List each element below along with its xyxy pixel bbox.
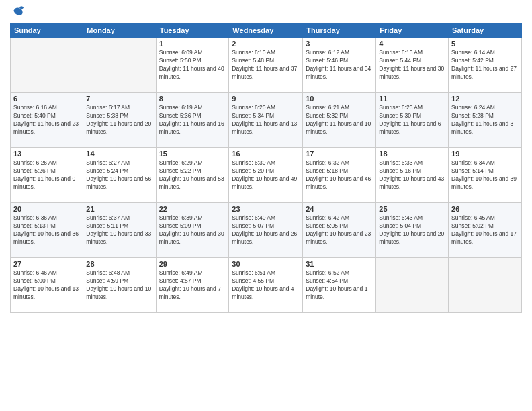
calendar-cell: 29Sunrise: 6:49 AM Sunset: 4:57 PM Dayli… bbox=[156, 258, 229, 313]
page: SundayMondayTuesdayWednesdayThursdayFrid… bbox=[0, 0, 532, 411]
day-info: Sunrise: 6:40 AM Sunset: 5:07 PM Dayligh… bbox=[232, 214, 300, 246]
day-info: Sunrise: 6:36 AM Sunset: 5:13 PM Dayligh… bbox=[13, 214, 80, 246]
day-info: Sunrise: 6:30 AM Sunset: 5:20 PM Dayligh… bbox=[232, 159, 300, 191]
day-number: 29 bbox=[159, 260, 226, 268]
day-number: 4 bbox=[379, 40, 445, 48]
day-info: Sunrise: 6:24 AM Sunset: 5:28 PM Dayligh… bbox=[451, 104, 519, 136]
day-info: Sunrise: 6:20 AM Sunset: 5:34 PM Dayligh… bbox=[232, 104, 300, 136]
day-info: Sunrise: 6:42 AM Sunset: 5:05 PM Dayligh… bbox=[306, 214, 373, 246]
day-number: 31 bbox=[306, 260, 373, 268]
day-info: Sunrise: 6:32 AM Sunset: 5:18 PM Dayligh… bbox=[306, 159, 373, 191]
calendar-cell: 1Sunrise: 6:09 AM Sunset: 5:50 PM Daylig… bbox=[156, 38, 229, 93]
day-number: 11 bbox=[379, 95, 445, 103]
day-info: Sunrise: 6:37 AM Sunset: 5:11 PM Dayligh… bbox=[86, 214, 152, 246]
day-info: Sunrise: 6:09 AM Sunset: 5:50 PM Dayligh… bbox=[159, 49, 226, 81]
calendar-cell: 3Sunrise: 6:12 AM Sunset: 5:46 PM Daylig… bbox=[303, 38, 376, 93]
day-info: Sunrise: 6:23 AM Sunset: 5:30 PM Dayligh… bbox=[379, 104, 445, 136]
day-info: Sunrise: 6:29 AM Sunset: 5:22 PM Dayligh… bbox=[159, 159, 226, 191]
calendar-cell bbox=[376, 258, 449, 313]
day-info: Sunrise: 6:49 AM Sunset: 4:57 PM Dayligh… bbox=[159, 269, 226, 302]
day-header-monday: Monday bbox=[83, 24, 156, 38]
day-number: 22 bbox=[159, 205, 226, 213]
day-info: Sunrise: 6:13 AM Sunset: 5:44 PM Dayligh… bbox=[379, 49, 445, 81]
week-row-0: 1Sunrise: 6:09 AM Sunset: 5:50 PM Daylig… bbox=[11, 38, 522, 93]
calendar-cell: 10Sunrise: 6:21 AM Sunset: 5:32 PM Dayli… bbox=[303, 93, 376, 148]
logo-icon bbox=[11, 4, 25, 17]
day-header-friday: Friday bbox=[376, 24, 449, 38]
calendar-cell: 7Sunrise: 6:17 AM Sunset: 5:38 PM Daylig… bbox=[83, 93, 156, 148]
day-info: Sunrise: 6:39 AM Sunset: 5:09 PM Dayligh… bbox=[159, 214, 226, 246]
calendar-table: SundayMondayTuesdayWednesdayThursdayFrid… bbox=[10, 23, 522, 313]
day-info: Sunrise: 6:14 AM Sunset: 5:42 PM Dayligh… bbox=[451, 49, 519, 81]
day-header-wednesday: Wednesday bbox=[229, 24, 303, 38]
calendar-cell: 6Sunrise: 6:16 AM Sunset: 5:40 PM Daylig… bbox=[11, 93, 83, 148]
calendar-cell: 19Sunrise: 6:34 AM Sunset: 5:14 PM Dayli… bbox=[449, 148, 522, 203]
day-header-thursday: Thursday bbox=[303, 24, 376, 38]
calendar-cell: 11Sunrise: 6:23 AM Sunset: 5:30 PM Dayli… bbox=[376, 93, 449, 148]
day-info: Sunrise: 6:19 AM Sunset: 5:36 PM Dayligh… bbox=[159, 104, 226, 136]
day-number: 17 bbox=[306, 150, 373, 158]
day-number: 27 bbox=[13, 260, 80, 268]
day-header-saturday: Saturday bbox=[449, 24, 522, 38]
calendar-cell: 9Sunrise: 6:20 AM Sunset: 5:34 PM Daylig… bbox=[229, 93, 303, 148]
calendar-cell: 18Sunrise: 6:33 AM Sunset: 5:16 PM Dayli… bbox=[376, 148, 449, 203]
calendar-cell: 26Sunrise: 6:45 AM Sunset: 5:02 PM Dayli… bbox=[449, 203, 522, 258]
calendar-cell bbox=[83, 38, 156, 93]
day-info: Sunrise: 6:16 AM Sunset: 5:40 PM Dayligh… bbox=[13, 104, 80, 136]
day-info: Sunrise: 6:12 AM Sunset: 5:46 PM Dayligh… bbox=[306, 49, 373, 81]
header-row: SundayMondayTuesdayWednesdayThursdayFrid… bbox=[11, 24, 522, 38]
calendar-cell: 4Sunrise: 6:13 AM Sunset: 5:44 PM Daylig… bbox=[376, 38, 449, 93]
logo bbox=[10, 7, 25, 17]
day-info: Sunrise: 6:34 AM Sunset: 5:14 PM Dayligh… bbox=[451, 159, 519, 191]
day-info: Sunrise: 6:33 AM Sunset: 5:16 PM Dayligh… bbox=[379, 159, 445, 191]
calendar-cell: 31Sunrise: 6:52 AM Sunset: 4:54 PM Dayli… bbox=[303, 258, 376, 313]
day-number: 14 bbox=[86, 150, 152, 158]
day-number: 25 bbox=[379, 205, 445, 213]
calendar-cell: 24Sunrise: 6:42 AM Sunset: 5:05 PM Dayli… bbox=[303, 203, 376, 258]
day-info: Sunrise: 6:52 AM Sunset: 4:54 PM Dayligh… bbox=[306, 269, 373, 302]
day-number: 5 bbox=[451, 40, 519, 48]
calendar-cell: 20Sunrise: 6:36 AM Sunset: 5:13 PM Dayli… bbox=[11, 203, 83, 258]
calendar-cell: 5Sunrise: 6:14 AM Sunset: 5:42 PM Daylig… bbox=[449, 38, 522, 93]
day-number: 30 bbox=[232, 260, 300, 268]
day-info: Sunrise: 6:26 AM Sunset: 5:26 PM Dayligh… bbox=[13, 159, 80, 191]
day-number: 10 bbox=[306, 95, 373, 103]
calendar-cell: 30Sunrise: 6:51 AM Sunset: 4:55 PM Dayli… bbox=[229, 258, 303, 313]
calendar-cell: 2Sunrise: 6:10 AM Sunset: 5:48 PM Daylig… bbox=[229, 38, 303, 93]
calendar-cell: 14Sunrise: 6:27 AM Sunset: 5:24 PM Dayli… bbox=[83, 148, 156, 203]
day-number: 12 bbox=[451, 95, 519, 103]
day-number: 7 bbox=[86, 95, 152, 103]
day-info: Sunrise: 6:27 AM Sunset: 5:24 PM Dayligh… bbox=[86, 159, 152, 191]
day-number: 2 bbox=[232, 40, 300, 48]
calendar-cell: 28Sunrise: 6:48 AM Sunset: 4:59 PM Dayli… bbox=[83, 258, 156, 313]
day-number: 18 bbox=[379, 150, 445, 158]
calendar-cell: 17Sunrise: 6:32 AM Sunset: 5:18 PM Dayli… bbox=[303, 148, 376, 203]
day-number: 23 bbox=[232, 205, 300, 213]
day-info: Sunrise: 6:45 AM Sunset: 5:02 PM Dayligh… bbox=[451, 214, 519, 246]
week-row-1: 6Sunrise: 6:16 AM Sunset: 5:40 PM Daylig… bbox=[11, 93, 522, 148]
calendar-cell bbox=[11, 38, 83, 93]
day-info: Sunrise: 6:10 AM Sunset: 5:48 PM Dayligh… bbox=[232, 49, 300, 81]
calendar-cell bbox=[449, 258, 522, 313]
week-row-4: 27Sunrise: 6:46 AM Sunset: 5:00 PM Dayli… bbox=[11, 258, 522, 313]
calendar-cell: 25Sunrise: 6:43 AM Sunset: 5:04 PM Dayli… bbox=[376, 203, 449, 258]
calendar-cell: 12Sunrise: 6:24 AM Sunset: 5:28 PM Dayli… bbox=[449, 93, 522, 148]
day-info: Sunrise: 6:48 AM Sunset: 4:59 PM Dayligh… bbox=[86, 269, 152, 302]
day-number: 1 bbox=[159, 40, 226, 48]
calendar-cell: 8Sunrise: 6:19 AM Sunset: 5:36 PM Daylig… bbox=[156, 93, 229, 148]
calendar-cell: 22Sunrise: 6:39 AM Sunset: 5:09 PM Dayli… bbox=[156, 203, 229, 258]
day-number: 9 bbox=[232, 95, 300, 103]
day-number: 21 bbox=[86, 205, 152, 213]
day-info: Sunrise: 6:46 AM Sunset: 5:00 PM Dayligh… bbox=[13, 269, 80, 302]
calendar-cell: 27Sunrise: 6:46 AM Sunset: 5:00 PM Dayli… bbox=[11, 258, 83, 313]
day-info: Sunrise: 6:51 AM Sunset: 4:55 PM Dayligh… bbox=[232, 269, 300, 302]
day-number: 24 bbox=[306, 205, 373, 213]
day-number: 26 bbox=[451, 205, 519, 213]
day-header-sunday: Sunday bbox=[11, 24, 83, 38]
day-number: 28 bbox=[86, 260, 152, 268]
calendar-cell: 16Sunrise: 6:30 AM Sunset: 5:20 PM Dayli… bbox=[229, 148, 303, 203]
calendar-cell: 13Sunrise: 6:26 AM Sunset: 5:26 PM Dayli… bbox=[11, 148, 83, 203]
day-number: 19 bbox=[451, 150, 519, 158]
day-number: 16 bbox=[232, 150, 300, 158]
day-number: 3 bbox=[306, 40, 373, 48]
